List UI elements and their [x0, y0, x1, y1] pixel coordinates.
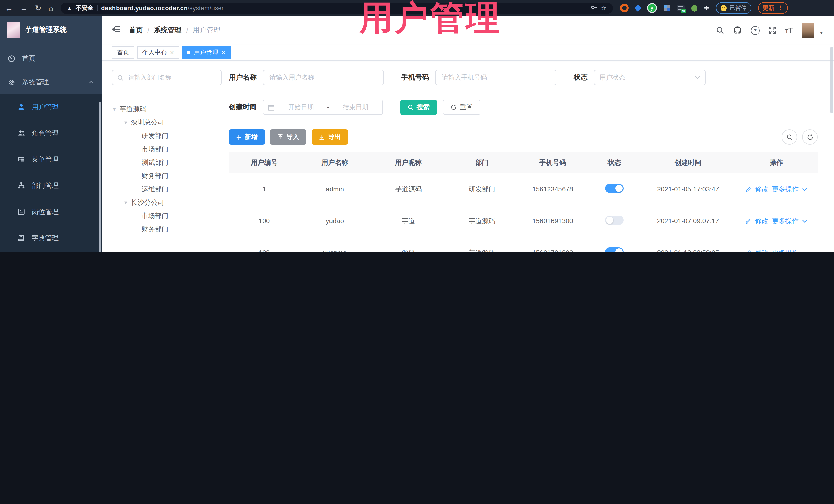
sidebar-item-posts[interactable]: 岗位管理	[0, 199, 102, 225]
password-key-icon[interactable]	[591, 4, 597, 12]
tab-home[interactable]: 首页	[112, 46, 134, 59]
tree-node[interactable]: 财务部门	[112, 169, 222, 183]
browser-profile-chip[interactable]: 已暂停	[716, 2, 751, 14]
tree-node[interactable]: ▼深圳总公司	[112, 116, 222, 129]
edit-pencil-icon	[745, 250, 751, 252]
sidebar-scrollbar[interactable]	[99, 102, 101, 252]
add-button[interactable]: 新增	[229, 129, 265, 145]
extension-y-icon[interactable]: y	[647, 3, 657, 13]
breadcrumb-home[interactable]: 首页	[129, 26, 143, 35]
dept-search-input[interactable]	[127, 73, 217, 82]
filter-row-2: 创建时间 开始日期 - 结束日期 搜索 重置	[229, 100, 817, 115]
caret-down-icon[interactable]: ▼	[123, 120, 128, 125]
import-button[interactable]: 导入	[270, 129, 306, 145]
caret-down-icon[interactable]: ▼	[112, 107, 117, 112]
extension-switch-icon[interactable]: on	[677, 5, 684, 11]
cell-id: 1	[229, 173, 300, 205]
username-input[interactable]	[268, 73, 378, 82]
close-icon[interactable]: ✕	[221, 49, 226, 55]
refresh-table-button[interactable]	[802, 129, 817, 145]
tree-node[interactable]: 研发部门	[112, 129, 222, 143]
tree-node[interactable]: 市场部门	[112, 143, 222, 156]
tree-node[interactable]: 测试部门	[112, 156, 222, 169]
cell-dept: 芋道源码	[447, 237, 517, 252]
users-table: 用户编号 用户名称 用户昵称 部门 手机号码 状态 创建时间 操作 1	[229, 152, 817, 252]
close-icon[interactable]: ✕	[170, 49, 174, 55]
home-icon[interactable]: ⌂	[48, 4, 53, 12]
username-field[interactable]	[263, 70, 384, 85]
avatar-caret-icon[interactable]: ▼	[819, 30, 824, 36]
mobile-label: 手机号码	[401, 73, 429, 82]
gear-icon	[8, 78, 15, 86]
sidebar-item-system[interactable]: 系统管理	[0, 70, 102, 94]
book-icon	[18, 234, 25, 242]
github-icon[interactable]	[733, 26, 742, 35]
sidebar-item-roles[interactable]: 角色管理	[0, 120, 102, 146]
url-text[interactable]: dashboard.yudao.iocoder.cn/system/user	[101, 4, 224, 12]
sidebar-item-notice[interactable]: 通知公告	[0, 251, 102, 252]
search-icon	[786, 134, 793, 140]
font-size-icon[interactable]: TT	[785, 26, 793, 35]
tree-node[interactable]: 市场部门	[112, 210, 222, 223]
caret-down-icon[interactable]: ▼	[123, 200, 128, 205]
sidebar-item-dict[interactable]: 字典管理	[0, 225, 102, 251]
edit-link[interactable]: 修改	[755, 216, 768, 225]
mobile-field[interactable]	[435, 70, 556, 85]
status-toggle[interactable]	[605, 184, 623, 193]
bookmark-star-icon[interactable]: ☆	[601, 4, 607, 12]
back-icon[interactable]: ←	[5, 4, 13, 12]
security-label[interactable]: 不安全	[76, 4, 93, 12]
date-range-picker[interactable]: 开始日期 - 结束日期	[263, 100, 383, 115]
tab-profile[interactable]: 个人中心✕	[137, 46, 179, 59]
tab-user-management[interactable]: 用户管理✕	[182, 46, 231, 59]
collapse-sidebar-icon[interactable]	[112, 26, 120, 35]
extension-key-icon[interactable]	[691, 5, 697, 11]
status-toggle[interactable]	[605, 247, 623, 252]
help-icon[interactable]: ?	[751, 26, 760, 35]
cell-created: 2021-01-13 23:50:35	[641, 237, 735, 252]
tree-node[interactable]: 运维部门	[112, 183, 222, 196]
more-actions-link[interactable]: 更多操作	[772, 216, 798, 225]
tree-node[interactable]: 财务部门	[112, 223, 222, 236]
sidebar-item-menus[interactable]: 菜单管理	[0, 146, 102, 172]
more-actions-link[interactable]: 更多操作	[772, 248, 798, 252]
fullscreen-icon[interactable]	[768, 26, 776, 35]
page-scrollbar[interactable]	[830, 47, 833, 113]
export-button[interactable]: 导出	[311, 129, 348, 145]
address-bar[interactable]: ▲ 不安全 dashboard.yudao.iocoder.cn/system/…	[60, 2, 613, 14]
header-search-icon[interactable]	[716, 26, 724, 35]
extensions-puzzle-icon[interactable]: ✚	[704, 4, 709, 12]
status-toggle[interactable]	[605, 216, 623, 225]
search-button[interactable]: 搜索	[400, 100, 437, 115]
date-start-placeholder[interactable]: 开始日期	[279, 103, 323, 112]
app-title: 芋道管理系统	[25, 25, 67, 35]
breadcrumb-system[interactable]: 系统管理	[154, 26, 182, 35]
browser-update-button[interactable]: 更新 ⋮	[758, 2, 788, 14]
toggle-search-button[interactable]	[782, 129, 797, 145]
cell-mobile: 15601691300	[517, 205, 588, 237]
reset-button[interactable]: 重置	[443, 100, 480, 115]
extension-gem-icon[interactable]	[634, 4, 641, 12]
date-end-placeholder[interactable]: 结束日期	[333, 103, 378, 112]
edit-link[interactable]: 修改	[755, 184, 768, 194]
breadcrumb: 首页 / 系统管理 / 用户管理	[129, 26, 220, 35]
chevron-down-icon	[802, 219, 807, 222]
mobile-input[interactable]	[441, 73, 551, 82]
sidebar-item-users[interactable]: 用户管理	[0, 94, 102, 120]
tree-node[interactable]: ▼芋道源码	[112, 103, 222, 116]
sidebar-item-departments[interactable]: 部门管理	[0, 172, 102, 199]
reload-icon[interactable]: ↻	[35, 4, 41, 12]
extension-ubuntu-icon[interactable]	[620, 4, 629, 12]
extension-grid-icon[interactable]	[663, 5, 670, 11]
app-logo[interactable]: 芋道管理系统	[0, 16, 102, 44]
col-dept: 部门	[447, 152, 517, 173]
more-actions-link[interactable]: 更多操作	[772, 184, 798, 194]
sidebar-item-home[interactable]: 首页	[0, 47, 102, 70]
status-select[interactable]: 用户状态	[594, 70, 706, 85]
browser-menu-icon[interactable]: ⋮	[777, 5, 783, 11]
dept-search-box[interactable]	[112, 70, 222, 85]
edit-link[interactable]: 修改	[755, 248, 768, 252]
forward-icon[interactable]: →	[20, 4, 28, 12]
tree-node[interactable]: ▼长沙分公司	[112, 196, 222, 210]
user-avatar[interactable]	[802, 22, 814, 38]
